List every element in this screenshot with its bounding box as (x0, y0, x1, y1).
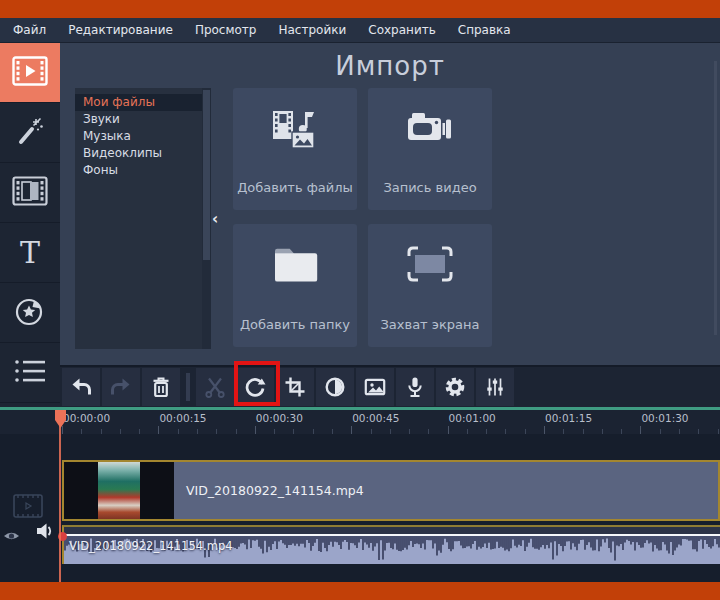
gear-icon (443, 375, 467, 399)
category-backgrounds[interactable]: Фоны (75, 162, 202, 179)
filmstrip-track-icon (13, 494, 43, 522)
menu-save[interactable]: Сохранить (357, 18, 447, 42)
video-clip-filename: VID_20180922_141154.mp4 (186, 462, 364, 519)
record-video-label: Запись видео (368, 180, 492, 197)
add-files-label: Добавить файлы (233, 180, 357, 197)
speaker-icon[interactable] (36, 523, 55, 543)
ruler-ticks (0, 424, 720, 434)
transition-filmstrip-icon (12, 176, 48, 210)
media-files-icon (233, 110, 357, 152)
clip-properties-button[interactable] (436, 368, 474, 406)
rotate-button[interactable] (236, 368, 274, 406)
timeline: 00:00:00 00:00:15 00:00:30 00:00:45 00:0… (0, 410, 720, 582)
add-files-button[interactable]: Добавить файлы (233, 88, 357, 210)
menu-help[interactable]: Справка (447, 18, 522, 42)
window-bottom-bar (0, 582, 720, 600)
eye-icon[interactable] (3, 527, 20, 546)
toolbar-separator (186, 373, 190, 401)
video-clip[interactable]: VID_20180922_141154.mp4 (62, 460, 720, 521)
add-folder-label: Добавить папку (233, 317, 357, 334)
audio-clip-filename: VID_20180922_141154.mp4 (69, 539, 233, 553)
audio-levels-button[interactable] (476, 368, 514, 406)
window-title-bar (0, 0, 720, 18)
screen-capture-button[interactable]: Захват экрана (368, 224, 492, 347)
menu-settings[interactable]: Настройки (267, 18, 357, 42)
menu-bar: Файл Редактирование Просмотр Настройки С… (0, 18, 720, 43)
redo-button[interactable] (102, 368, 140, 406)
filmstrip-play-icon (12, 56, 48, 90)
category-sounds[interactable]: Звуки (75, 111, 202, 128)
category-music[interactable]: Музыка (75, 128, 202, 145)
video-thumbnail (64, 462, 174, 519)
timeline-ruler[interactable]: 00:00:00 00:00:15 00:00:30 00:00:45 00:0… (0, 410, 720, 434)
sidebar-item-track-list[interactable] (0, 343, 60, 403)
sidebar-item-titles[interactable]: T (0, 223, 60, 283)
crop-icon (283, 375, 307, 399)
import-panel: Импорт Мои файлы Звуки Музыка Видеоклипы… (60, 43, 720, 365)
category-video-clips[interactable]: Видеоклипы (75, 145, 202, 162)
scissors-icon (203, 375, 227, 399)
playhead-line (59, 410, 61, 582)
ruler-label: 00:00:15 (159, 412, 206, 424)
sidebar-item-stickers[interactable] (0, 283, 60, 343)
sidebar-item-filters[interactable] (0, 103, 60, 163)
import-panel-scrollbar[interactable] (714, 61, 717, 335)
pan-zoom-button[interactable] (356, 368, 394, 406)
page-title: Импорт (60, 51, 720, 81)
delete-button[interactable] (142, 368, 180, 406)
undo-icon (69, 375, 93, 399)
contrast-icon (323, 375, 347, 399)
sidebar-item-import[interactable] (0, 43, 60, 103)
sidebar-item-transitions[interactable] (0, 163, 60, 223)
crop-button[interactable] (276, 368, 314, 406)
trash-icon (149, 375, 173, 399)
menu-file[interactable]: Файл (2, 18, 57, 42)
collapse-panel-arrow[interactable]: ‹ (207, 208, 223, 230)
list-icon (14, 358, 46, 388)
video-camera-icon (368, 110, 492, 146)
microphone-icon (403, 375, 427, 399)
ruler-label: 00:01:00 (449, 412, 496, 424)
ruler-label: 00:01:30 (641, 412, 688, 424)
screen-capture-label: Захват экрана (368, 317, 492, 334)
menu-edit[interactable]: Редактирование (57, 18, 184, 42)
folder-icon (233, 246, 357, 284)
category-list: Мои файлы Звуки Музыка Видеоклипы Фоны (75, 88, 202, 349)
add-folder-button[interactable]: Добавить папку (233, 224, 357, 347)
sidebar: T (0, 43, 60, 407)
record-video-button[interactable]: Запись видео (368, 88, 492, 210)
app-window: Файл Редактирование Просмотр Настройки С… (0, 0, 720, 600)
sliders-icon (483, 375, 507, 399)
ruler-label: 00:00:00 (63, 412, 110, 424)
redo-icon (109, 375, 133, 399)
screen-capture-icon (368, 246, 492, 282)
cut-button[interactable] (196, 368, 234, 406)
category-my-files[interactable]: Мои файлы (75, 94, 202, 111)
letter-T-icon: T (20, 238, 40, 268)
image-icon (363, 375, 387, 399)
ruler-label: 00:00:45 (352, 412, 399, 424)
ruler-label: 00:01:15 (545, 412, 592, 424)
audio-clip[interactable]: VID_20180922_141154.mp4 (62, 525, 720, 564)
sticker-star-icon (14, 295, 46, 331)
toolbar (60, 365, 720, 407)
color-adjustments-button[interactable] (316, 368, 354, 406)
ruler-label: 00:00:30 (256, 412, 303, 424)
menu-view[interactable]: Просмотр (184, 18, 268, 42)
rotate-icon (242, 374, 268, 400)
magic-wand-icon (15, 116, 45, 150)
record-audio-button[interactable] (396, 368, 434, 406)
undo-button[interactable] (62, 368, 100, 406)
video-thumbnail-frame (98, 462, 140, 519)
